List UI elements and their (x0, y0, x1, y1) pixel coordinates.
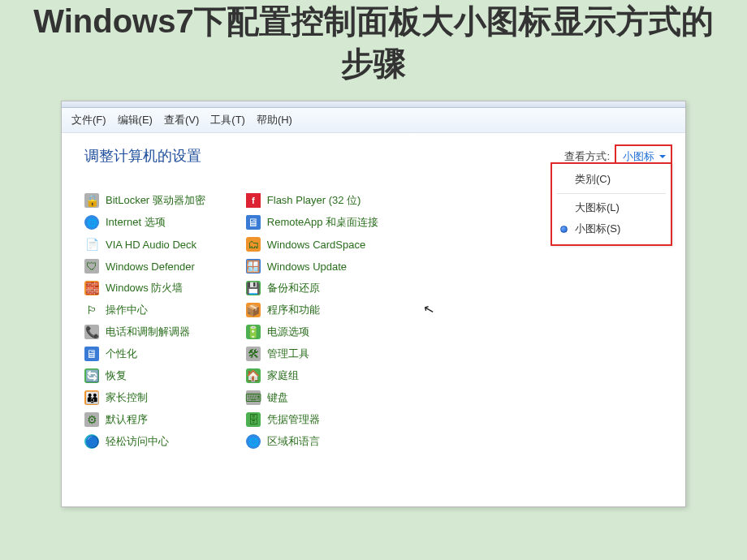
control-panel-item[interactable]: 🔄恢复 (84, 368, 205, 383)
item-label: BitLocker 驱动器加密 (106, 193, 205, 208)
control-panel-item[interactable]: fFlash Player (32 位) (246, 193, 378, 208)
item-label: 键盘 (267, 390, 288, 405)
menu-separator (557, 193, 666, 194)
content-area: 调整计算机的设置 查看方式: 小图标 类别(C) 大图标(L) 小图标(S) 🔒… (62, 133, 685, 506)
item-icon: 🖥 (246, 215, 261, 230)
control-panel-item[interactable]: ⌨键盘 (246, 390, 378, 405)
item-label: 备份和还原 (267, 281, 320, 295)
control-panel-item[interactable]: 💾备份和还原 (246, 281, 378, 295)
control-panel-item[interactable]: 🌐Internet 选项 (84, 215, 205, 230)
items-column-1: 🔒BitLocker 驱动器加密🌐Internet 选项📄VIA HD Audi… (84, 193, 205, 449)
item-icon: 🗄 (246, 412, 261, 427)
item-icon: 🧱 (84, 281, 99, 295)
menu-item-small-icons[interactable]: 小图标(S) (552, 218, 671, 239)
menu-item-category[interactable]: 类别(C) (552, 169, 671, 190)
item-icon: 🌐 (246, 434, 261, 449)
item-icon: 👪 (84, 390, 99, 405)
item-icon: 🌐 (84, 215, 99, 230)
item-label: 轻松访问中心 (106, 434, 169, 449)
control-panel-item[interactable]: 🔵轻松访问中心 (84, 434, 205, 449)
item-label: VIA HD Audio Deck (106, 239, 196, 251)
control-panel-item[interactable]: 🔋电源选项 (246, 325, 378, 339)
item-icon: 📞 (84, 325, 99, 339)
control-panel-item[interactable]: 🌐区域和语言 (246, 434, 378, 449)
page-title: Windows7下配置控制面板大小图标显示方式的步骤 (0, 0, 747, 101)
window-chrome-strip (62, 101, 685, 108)
item-label: 恢复 (106, 368, 127, 383)
window: 文件(F) 编辑(E) 查看(V) 工具(T) 帮助(H) 调整计算机的设置 查… (61, 101, 686, 507)
item-label: 默认程序 (106, 412, 148, 427)
item-label: RemoteApp 和桌面连接 (267, 215, 378, 230)
control-panel-item[interactable]: 🏠家庭组 (246, 368, 378, 383)
item-icon: 🪟 (246, 259, 261, 274)
control-panel-item[interactable]: 🛡Windows Defender (84, 259, 205, 274)
item-icon: 🛠 (246, 347, 261, 361)
control-panel-item[interactable]: 🪟Windows Update (246, 259, 378, 274)
control-panel-item[interactable]: 📞电话和调制解调器 (84, 325, 205, 339)
control-panel-item[interactable]: 🖥RemoteApp 和桌面连接 (246, 215, 378, 230)
item-label: Windows 防火墙 (106, 281, 183, 295)
menu-edit[interactable]: 编辑(E) (118, 113, 153, 127)
item-label: 程序和功能 (267, 303, 320, 317)
item-icon: 🏳 (84, 303, 99, 317)
item-icon: 🔋 (246, 325, 261, 339)
control-panel-item[interactable]: 📄VIA HD Audio Deck (84, 237, 205, 252)
item-icon: 🖥 (84, 347, 99, 361)
item-icon: 📦 (246, 303, 261, 317)
item-label: 操作中心 (106, 303, 148, 317)
item-icon: 📄 (84, 237, 99, 252)
control-panel-item[interactable]: 🗂Windows CardSpace (246, 237, 378, 252)
item-label: 电话和调制解调器 (106, 325, 190, 339)
item-icon: ⚙ (84, 412, 99, 427)
item-icon: 🔄 (84, 368, 99, 383)
control-panel-item[interactable]: 🏳操作中心 (84, 303, 205, 317)
item-label: 家长控制 (106, 390, 148, 405)
item-label: Windows Update (267, 261, 347, 273)
menu-view[interactable]: 查看(V) (164, 113, 199, 127)
control-panel-item[interactable]: 🛠管理工具 (246, 347, 378, 361)
item-label: 家庭组 (267, 368, 299, 383)
item-icon: 🛡 (84, 259, 99, 274)
control-panel-item[interactable]: 🔒BitLocker 驱动器加密 (84, 193, 205, 208)
item-label: Windows CardSpace (267, 239, 365, 251)
control-panel-item[interactable]: 📦程序和功能 (246, 303, 378, 317)
control-panel-item[interactable]: ⚙默认程序 (84, 412, 205, 427)
item-label: 管理工具 (267, 347, 309, 361)
item-icon: f (246, 193, 261, 208)
item-icon: ⌨ (246, 390, 261, 405)
item-label: 区域和语言 (267, 434, 320, 449)
control-panel-item[interactable]: 🖥个性化 (84, 347, 205, 361)
menu-file[interactable]: 文件(F) (71, 113, 106, 127)
item-icon: 🗂 (246, 237, 261, 252)
item-label: 电源选项 (267, 325, 309, 339)
control-panel-item[interactable]: 🧱Windows 防火墙 (84, 281, 205, 295)
menu-item-large-icons[interactable]: 大图标(L) (552, 197, 671, 218)
control-panel-item[interactable]: 👪家长控制 (84, 390, 205, 405)
view-mode-menu: 类别(C) 大图标(L) 小图标(S) (551, 162, 672, 246)
item-label: Windows Defender (106, 261, 195, 273)
control-panel-item[interactable]: 🗄凭据管理器 (246, 412, 378, 427)
item-icon: 🔒 (84, 193, 99, 208)
item-icon: 🔵 (84, 434, 99, 449)
menu-help[interactable]: 帮助(H) (257, 113, 292, 127)
item-label: 凭据管理器 (267, 412, 320, 427)
menubar: 文件(F) 编辑(E) 查看(V) 工具(T) 帮助(H) (62, 108, 685, 133)
item-icon: 🏠 (246, 368, 261, 383)
items-column-2: fFlash Player (32 位)🖥RemoteApp 和桌面连接🗂Win… (246, 193, 378, 449)
item-icon: 💾 (246, 281, 261, 295)
item-label: Flash Player (32 位) (267, 193, 361, 208)
menu-tools[interactable]: 工具(T) (210, 113, 245, 127)
item-label: Internet 选项 (106, 215, 166, 230)
item-label: 个性化 (106, 347, 137, 361)
